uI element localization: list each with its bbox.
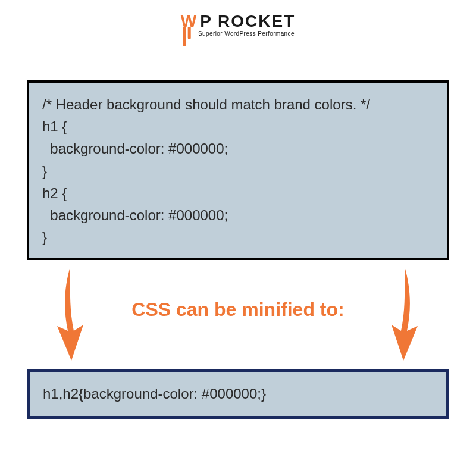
brand-logo: W P ROCKET Superior WordPress Performanc…	[181, 13, 296, 37]
result-code-panel: h1,h2{background-color: #000000;}	[27, 369, 449, 419]
brand-tagline: Superior WordPress Performance	[198, 31, 296, 37]
brand-drip-icon	[183, 27, 193, 45]
brand-wordmark: W P ROCKET	[181, 13, 296, 30]
arrow-down-icon	[52, 267, 88, 361]
brand-name: P ROCKET	[200, 13, 295, 30]
arrow-down-icon	[387, 267, 422, 361]
source-code-panel: /* Header background should match brand …	[27, 80, 449, 260]
minify-caption: CSS can be minified to:	[131, 299, 344, 321]
brand-logo-w: W	[181, 13, 199, 30]
